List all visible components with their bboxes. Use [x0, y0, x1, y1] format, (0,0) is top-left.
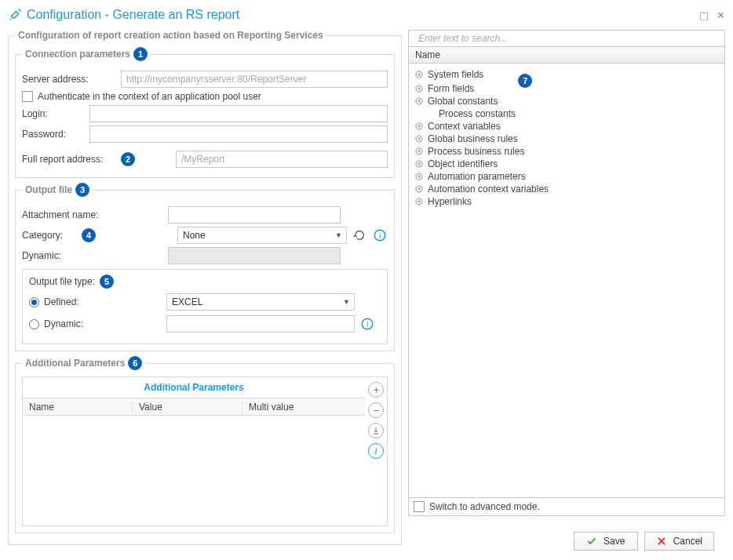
wrench-icon [8, 8, 22, 22]
search-box [408, 30, 725, 47]
tree-item-label: Process constants [439, 108, 516, 119]
cross-icon [656, 536, 667, 547]
params-col-value[interactable]: Value [133, 402, 243, 413]
download-icon[interactable] [368, 423, 384, 438]
tree-item-label: Global business rules [428, 133, 518, 144]
password-input[interactable] [89, 125, 388, 143]
tree-item-label: Process business rules [428, 146, 524, 157]
expand-icon[interactable] [414, 69, 425, 80]
server-address-input[interactable] [121, 71, 388, 88]
dynamic-label: Dynamic: [22, 250, 163, 261]
svg-text:i: i [379, 231, 381, 240]
output-legend: Output file [25, 184, 72, 195]
connection-fieldset: Connection parameters 1 Server address: … [15, 47, 395, 178]
tree-item[interactable]: Object identifiers [410, 158, 723, 170]
attachment-label: Attachment name: [22, 209, 163, 220]
params-col-name[interactable]: Name [23, 402, 133, 413]
add-icon[interactable]: ＋ [368, 382, 384, 398]
oft-dynamic-label: Dynamic: [44, 318, 162, 329]
field-tree: System fields7Form fieldsGlobal constant… [408, 64, 725, 498]
defined-select[interactable] [166, 293, 355, 311]
additional-params-fieldset: Additional Parameters 6 Additional Param… [15, 356, 395, 533]
params-header: Additional Parameters [23, 377, 365, 398]
tree-item[interactable]: Context variables [410, 120, 723, 133]
svg-text:i: i [366, 320, 369, 329]
badge-5: 5 [100, 275, 114, 289]
tree-item-label: Automation context variables [428, 184, 549, 195]
full-report-label: Full report address: [22, 154, 116, 165]
tree-item[interactable]: Global business rules [410, 133, 723, 145]
attachment-input[interactable] [168, 206, 341, 224]
main-legend: Configuration of report creation action … [15, 30, 326, 41]
tree-item-label: Automation parameters [428, 171, 526, 182]
badge-4: 4 [82, 228, 96, 242]
tree-item-label: System fields [428, 69, 483, 80]
expand-icon[interactable] [414, 171, 425, 182]
category-label: Category: [22, 230, 77, 241]
params-grid-body[interactable] [23, 416, 365, 525]
expand-icon[interactable] [414, 83, 425, 94]
window-title: Configuration - Generate an RS report [27, 8, 699, 22]
category-select[interactable] [177, 227, 347, 244]
tree-item[interactable]: Form fields [410, 82, 723, 95]
check-icon [586, 536, 597, 547]
cancel-button[interactable]: Cancel [644, 532, 714, 551]
login-label: Login: [22, 108, 85, 119]
maximize-icon[interactable]: ▢ [699, 9, 709, 21]
auth-label: Authenticate in the context of an applic… [38, 91, 261, 102]
info-icon[interactable]: i [368, 443, 384, 459]
advanced-mode-checkbox[interactable] [414, 501, 425, 512]
tree-item-label: Object identifiers [428, 158, 498, 169]
main-fieldset: Configuration of report creation action … [8, 30, 402, 545]
info-icon[interactable]: i [359, 316, 375, 332]
dynamic-radio[interactable] [29, 319, 39, 329]
defined-radio[interactable] [29, 297, 39, 307]
badge-3: 3 [75, 183, 89, 197]
params-col-multi[interactable]: Multi value [243, 402, 365, 413]
badge-1: 1 [133, 47, 148, 61]
expand-icon[interactable] [414, 158, 425, 169]
close-icon[interactable]: ✕ [717, 9, 725, 21]
tree-item[interactable]: System fields7 [410, 67, 723, 82]
params-legend: Additional Parameters [25, 358, 125, 369]
oft-label: Output file type: [29, 276, 95, 287]
tree-item[interactable]: Process constants [410, 107, 723, 120]
tree-item[interactable]: Automation parameters [410, 170, 723, 183]
badge-6: 6 [128, 356, 142, 370]
info-icon[interactable]: i [372, 227, 388, 243]
server-address-label: Server address: [22, 74, 116, 85]
connection-legend: Connection parameters [25, 49, 130, 60]
refresh-icon[interactable] [352, 227, 367, 243]
output-fieldset: Output file 3 Attachment name: Category:… [15, 183, 395, 351]
tree-item-label: Form fields [428, 83, 474, 94]
save-button[interactable]: Save [574, 532, 638, 551]
tree-column-header[interactable]: Name [408, 47, 725, 64]
output-file-type-group: Output file type: 5 Defined: ▼ [22, 269, 388, 344]
expand-icon[interactable] [414, 108, 425, 119]
tree-item-label: Hyperlinks [428, 196, 472, 207]
dynamic-input [168, 247, 341, 264]
advanced-mode-label: Switch to advanced mode. [429, 501, 540, 512]
expand-icon[interactable] [414, 196, 425, 207]
expand-icon[interactable] [414, 96, 425, 107]
badge-2: 2 [121, 152, 135, 166]
tree-item[interactable]: Global constants [410, 95, 723, 107]
tree-item[interactable]: Process business rules [410, 145, 723, 158]
expand-icon[interactable] [414, 146, 425, 157]
auth-checkbox[interactable] [22, 91, 33, 102]
tree-item[interactable]: Automation context variables [410, 183, 723, 195]
defined-label: Defined: [44, 296, 162, 307]
tree-item-label: Context variables [428, 121, 501, 132]
login-input[interactable] [89, 105, 388, 122]
search-input[interactable] [414, 32, 720, 45]
expand-icon[interactable] [414, 133, 425, 144]
tree-item-label: Global constants [428, 96, 498, 107]
password-label: Password: [22, 129, 85, 140]
remove-icon[interactable]: − [368, 402, 384, 418]
full-report-input[interactable] [176, 151, 388, 168]
oft-dynamic-input[interactable] [166, 315, 355, 333]
tree-item[interactable]: Hyperlinks [410, 195, 723, 208]
expand-icon[interactable] [414, 121, 425, 132]
expand-icon[interactable] [414, 184, 425, 195]
